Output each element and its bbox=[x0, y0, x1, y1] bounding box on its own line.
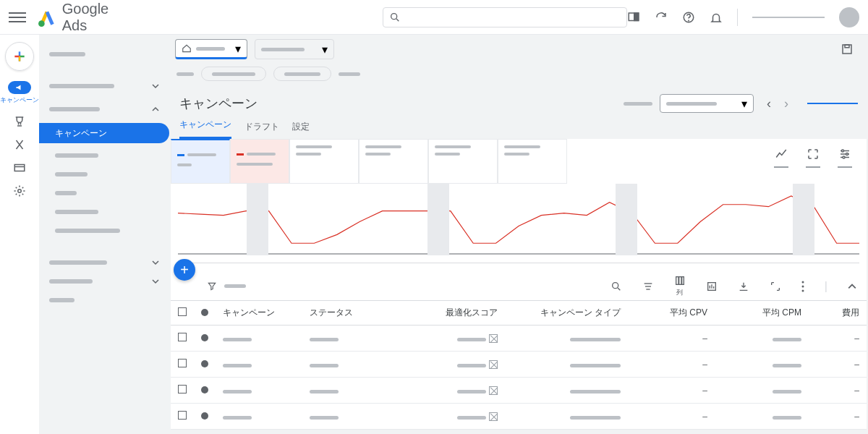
billing-icon[interactable] bbox=[13, 161, 26, 174]
rail-campaigns[interactable]: キャンペーン bbox=[0, 81, 39, 105]
more-icon[interactable] bbox=[801, 281, 804, 292]
select-all-checkbox[interactable] bbox=[178, 307, 187, 316]
status-dot bbox=[201, 412, 208, 420]
svg-point-13 bbox=[18, 190, 22, 193]
scorecard[interactable] bbox=[498, 139, 567, 184]
nav-item[interactable] bbox=[39, 100, 169, 119]
present-icon[interactable] bbox=[627, 11, 640, 24]
nav-item[interactable] bbox=[39, 253, 169, 272]
nav-item[interactable] bbox=[39, 272, 169, 291]
svg-line-2 bbox=[396, 19, 399, 21]
chevron-up-icon[interactable] bbox=[848, 282, 856, 291]
date-prev[interactable]: ‹ bbox=[761, 95, 777, 111]
reports-icon[interactable] bbox=[706, 281, 718, 292]
row-checkbox[interactable] bbox=[178, 385, 187, 393]
status-dot bbox=[201, 386, 208, 393]
scorecard[interactable] bbox=[289, 139, 359, 184]
scorecard[interactable] bbox=[230, 139, 289, 184]
app-header: Google Ads bbox=[0, 0, 868, 35]
svg-rect-15 bbox=[845, 45, 849, 48]
scorecard[interactable] bbox=[428, 139, 498, 184]
tab-campaigns[interactable]: キャンペーン bbox=[179, 119, 231, 139]
adjust-button[interactable] bbox=[838, 148, 852, 168]
nav-item[interactable] bbox=[39, 45, 169, 64]
nav-item[interactable] bbox=[39, 77, 169, 95]
expand-icon[interactable] bbox=[770, 281, 781, 292]
table-row[interactable]: –– bbox=[171, 326, 867, 352]
nav-item[interactable] bbox=[39, 184, 169, 203]
opt-score-icon bbox=[489, 412, 498, 421]
create-button[interactable] bbox=[5, 42, 34, 71]
compare-indicator bbox=[807, 103, 858, 104]
refresh-icon[interactable] bbox=[655, 11, 668, 24]
help-icon[interactable] bbox=[682, 11, 695, 24]
search-icon bbox=[389, 12, 401, 23]
svg-point-35 bbox=[801, 281, 804, 283]
account-name[interactable] bbox=[752, 17, 825, 18]
svg-rect-30 bbox=[682, 277, 684, 285]
svg-rect-28 bbox=[676, 277, 678, 285]
menu-icon[interactable] bbox=[9, 9, 26, 26]
scope-dropdown[interactable]: ▾ bbox=[255, 39, 334, 59]
table-row[interactable]: –– bbox=[171, 404, 867, 430]
nav-campaigns-active[interactable]: キャンペーン bbox=[39, 123, 169, 143]
nav-item[interactable] bbox=[39, 146, 169, 165]
nav-item[interactable] bbox=[39, 221, 169, 240]
filter-chip[interactable] bbox=[273, 67, 331, 81]
expand-icon bbox=[807, 148, 820, 161]
svg-point-0 bbox=[38, 20, 45, 27]
columns-icon bbox=[674, 275, 686, 286]
svg-line-24 bbox=[618, 288, 620, 290]
nav-item[interactable] bbox=[39, 203, 169, 221]
nav-item[interactable] bbox=[39, 291, 169, 310]
tab-settings[interactable]: 設定 bbox=[292, 121, 310, 139]
row-checkbox[interactable] bbox=[178, 359, 187, 367]
search-input[interactable] bbox=[383, 7, 627, 27]
google-ads-logo-icon bbox=[38, 8, 56, 27]
table-toolbar: 列 | bbox=[171, 271, 867, 300]
scorecard[interactable] bbox=[171, 139, 230, 184]
expand-button[interactable] bbox=[806, 148, 820, 168]
tools-icon[interactable] bbox=[13, 138, 26, 151]
search-icon[interactable] bbox=[610, 281, 622, 292]
trophy-icon[interactable] bbox=[13, 115, 26, 128]
row-checkbox[interactable] bbox=[178, 333, 187, 341]
status-dot bbox=[201, 360, 208, 367]
chevron-down-icon bbox=[152, 278, 159, 285]
account-dropdown[interactable]: ▾ bbox=[175, 39, 247, 59]
svg-rect-29 bbox=[679, 277, 681, 285]
table-row[interactable]: –– bbox=[171, 378, 867, 404]
save-icon[interactable] bbox=[841, 43, 854, 56]
chevron-up-icon bbox=[152, 106, 159, 113]
svg-point-23 bbox=[613, 282, 618, 288]
filter-icon[interactable] bbox=[207, 281, 217, 292]
scorecards bbox=[171, 139, 867, 184]
opt-score-icon bbox=[489, 386, 498, 395]
separator: | bbox=[825, 280, 827, 293]
scorecard[interactable] bbox=[359, 139, 428, 184]
separator bbox=[737, 9, 738, 26]
svg-point-19 bbox=[842, 150, 844, 152]
date-range-dropdown[interactable]: ▾ bbox=[660, 94, 754, 113]
chart-type-button[interactable] bbox=[774, 148, 788, 168]
line-chart-icon bbox=[775, 148, 788, 161]
download-icon[interactable] bbox=[738, 281, 749, 292]
svg-point-36 bbox=[801, 285, 804, 287]
page-title: キャンペーン bbox=[179, 95, 258, 112]
nav-panel: キャンペーン bbox=[39, 35, 169, 434]
date-next[interactable]: › bbox=[778, 95, 794, 111]
avatar[interactable] bbox=[839, 7, 859, 27]
bell-icon[interactable] bbox=[710, 11, 723, 24]
trend-chart bbox=[178, 184, 859, 263]
settings-icon[interactable] bbox=[13, 184, 26, 197]
segment-icon[interactable] bbox=[642, 281, 654, 292]
svg-rect-4 bbox=[634, 13, 639, 21]
left-rail: キャンペーン bbox=[0, 35, 39, 434]
table-row[interactable]: –– bbox=[171, 352, 867, 378]
nav-item[interactable] bbox=[39, 165, 169, 184]
filter-chip[interactable] bbox=[201, 67, 266, 81]
columns-button[interactable]: 列 bbox=[674, 275, 686, 297]
row-checkbox[interactable] bbox=[178, 411, 187, 420]
add-campaign-fab[interactable]: + bbox=[174, 259, 195, 281]
tab-drafts[interactable]: ドラフト bbox=[244, 121, 279, 139]
